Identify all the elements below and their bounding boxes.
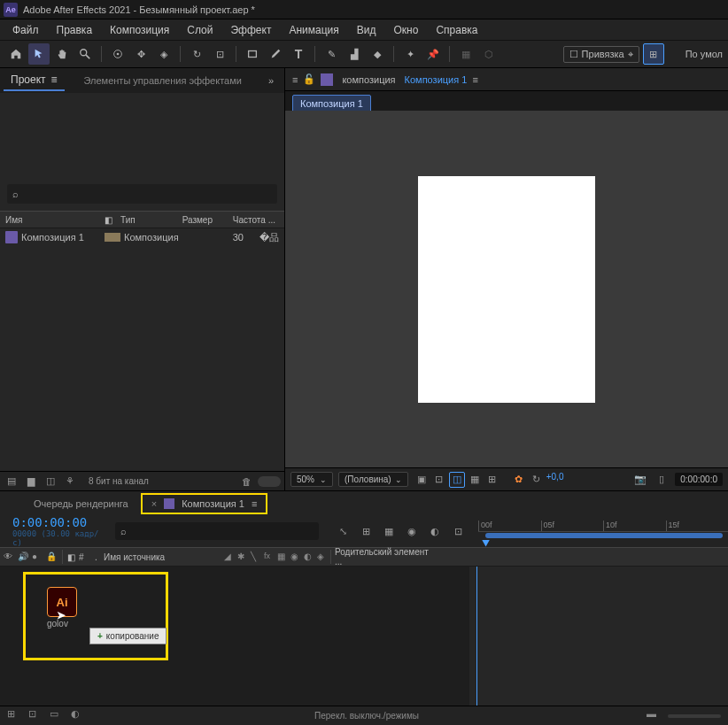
zoom-tool[interactable]: [74, 43, 96, 65]
toggle-modes-icon[interactable]: ⊡: [28, 708, 44, 724]
effect-controls-tab[interactable]: Элементы управления эффектами: [72, 75, 254, 86]
render-queue-tab[interactable]: Очередь рендеринга: [21, 493, 141, 514]
menu-layer[interactable]: Слой: [178, 20, 221, 40]
composition-canvas[interactable]: [418, 176, 595, 403]
timeline-search[interactable]: ⌕: [115, 522, 319, 540]
layer-list-area[interactable]: Ai ➤ golov + копирование: [0, 567, 469, 706]
flowchart-icon[interactable]: �品: [259, 231, 279, 244]
shy-icon[interactable]: ▦: [379, 521, 399, 541]
menu-help[interactable]: Справка: [427, 20, 486, 40]
orbit-tool[interactable]: [107, 43, 128, 65]
toggle-render-icon[interactable]: ◐: [71, 708, 87, 724]
rotation-tool[interactable]: ↻: [186, 43, 207, 65]
project-item-row[interactable]: Композиция 1 Композиция 30 �品: [0, 228, 284, 246]
motionblur-switch-icon[interactable]: ◉: [290, 551, 302, 563]
parent-col[interactable]: Родительский элемент ...: [331, 547, 438, 567]
hand-tool[interactable]: [51, 43, 73, 65]
viewer-crumb-active[interactable]: Композиция 1: [405, 74, 468, 85]
resolution-dropdown[interactable]: (Половина)⌄: [338, 472, 408, 487]
fx-switch-icon[interactable]: fx: [264, 551, 275, 563]
toggle-switches-icon[interactable]: ⊞: [7, 708, 23, 724]
interpret-icon[interactable]: ▤: [4, 474, 19, 490]
zoom-out-icon[interactable]: ▬: [647, 708, 662, 724]
exposure-value[interactable]: +0,0: [546, 472, 564, 488]
channel-icon[interactable]: ⊞: [484, 472, 500, 488]
menu-composition[interactable]: Композиция: [101, 20, 178, 40]
adjustment-switch-icon[interactable]: ◐: [304, 551, 315, 563]
show-snapshot-icon[interactable]: ▯: [654, 472, 670, 488]
motion-blur-icon[interactable]: ◐: [425, 521, 445, 541]
anchor-tool[interactable]: ⊡: [209, 43, 230, 65]
lock-toggle-icon[interactable]: 🔒: [46, 551, 58, 563]
track-area[interactable]: [469, 567, 728, 706]
draft-3d-icon[interactable]: ⊞: [356, 521, 376, 541]
eraser-tool[interactable]: ◆: [367, 43, 388, 65]
graph-icon[interactable]: ⬡: [478, 43, 500, 65]
lock-icon[interactable]: 🔓: [303, 73, 315, 85]
video-toggle-icon[interactable]: 👁: [4, 551, 15, 563]
clone-tool[interactable]: ◈: [153, 43, 174, 65]
project-tab[interactable]: Проект ≡: [4, 70, 65, 91]
number-col[interactable]: #: [79, 552, 95, 562]
selection-tool[interactable]: [28, 43, 50, 65]
pen-tool[interactable]: [265, 43, 286, 65]
menu-edit[interactable]: Правка: [48, 20, 102, 40]
brush-tool[interactable]: ✎: [321, 43, 342, 65]
menu-file[interactable]: Файл: [4, 20, 48, 40]
timeline-comp-tab[interactable]: × Композиция 1 ≡: [141, 493, 268, 514]
label-col-icon[interactable]: ◧: [63, 552, 79, 562]
region-icon[interactable]: ◫: [449, 472, 465, 488]
viewer-menu-icon[interactable]: ≡: [292, 74, 298, 85]
col-name[interactable]: Имя: [5, 215, 105, 225]
guides-icon[interactable]: ▦: [467, 472, 483, 488]
viewer-timecode[interactable]: 0:00:00:0: [675, 473, 723, 486]
home-tool[interactable]: [5, 43, 27, 65]
quality-switch-icon[interactable]: ╲: [251, 551, 262, 563]
illustrator-file-icon[interactable]: Ai ➤: [47, 587, 77, 617]
frame-blend-icon[interactable]: ◉: [402, 521, 422, 541]
switches-modes-label[interactable]: Перекл. выключ./режимы: [92, 711, 641, 721]
3d-switch-icon[interactable]: ◈: [317, 551, 329, 563]
color-mgmt-icon[interactable]: ✿: [511, 472, 527, 488]
menu-animation[interactable]: Анимация: [280, 20, 347, 40]
breadcrumb-menu-icon[interactable]: ≡: [472, 74, 477, 85]
expand-panel-icon[interactable]: »: [261, 75, 281, 86]
canvas-area[interactable]: [285, 111, 728, 467]
menu-view[interactable]: Вид: [348, 20, 385, 40]
project-search[interactable]: ⌕: [7, 184, 277, 204]
snap-toggle[interactable]: ☐ Привязка ⌖: [563, 46, 639, 63]
workspace-label[interactable]: По умол: [685, 49, 723, 59]
col-rate[interactable]: Частота ...: [213, 215, 279, 225]
mesh-icon[interactable]: ▦: [455, 43, 476, 65]
reset-exposure-icon[interactable]: ↻: [529, 472, 545, 488]
menu-effect[interactable]: Эффект: [221, 20, 280, 40]
frameblend-switch-icon[interactable]: ▦: [277, 551, 289, 563]
mask-visibility-icon[interactable]: ⊡: [431, 472, 447, 488]
shy-switch-icon[interactable]: ◢: [224, 551, 236, 563]
graph-editor-icon[interactable]: ⊡: [448, 521, 468, 541]
mask-mode-icon[interactable]: ⊞: [643, 43, 664, 65]
pan-behind-tool[interactable]: ✥: [130, 43, 151, 65]
new-comp-icon[interactable]: ◫: [43, 474, 58, 490]
roto-tool[interactable]: ✦: [399, 43, 421, 65]
rectangle-tool[interactable]: [242, 43, 263, 65]
toggle-switch[interactable]: [258, 476, 281, 487]
puppet-tool[interactable]: 📌: [422, 43, 444, 65]
col-tag-icon[interactable]: ◧: [105, 215, 120, 225]
col-size[interactable]: Размер: [175, 215, 213, 225]
audio-toggle-icon[interactable]: 🔊: [18, 551, 29, 563]
new-folder-icon[interactable]: ▆: [23, 474, 39, 490]
bpc-label[interactable]: 8 бит на канал: [89, 476, 149, 486]
type-tool[interactable]: T: [288, 43, 309, 65]
close-tab-icon[interactable]: ×: [151, 498, 157, 509]
tab-menu-icon[interactable]: ≡: [252, 498, 257, 509]
toggle-in-out-icon[interactable]: ▭: [50, 708, 66, 724]
viewer-subtab[interactable]: Композиция 1: [292, 95, 371, 112]
col-type[interactable]: Тип: [120, 215, 175, 225]
collapse-switch-icon[interactable]: ✱: [237, 551, 249, 563]
solo-toggle-icon[interactable]: ●: [32, 551, 43, 563]
source-name-col[interactable]: Имя источника: [100, 552, 224, 562]
transparency-grid-icon[interactable]: ▣: [414, 472, 430, 488]
comp-mini-flowchart-icon[interactable]: ⤡: [333, 521, 352, 541]
zoom-dropdown[interactable]: 50%⌄: [290, 472, 333, 487]
